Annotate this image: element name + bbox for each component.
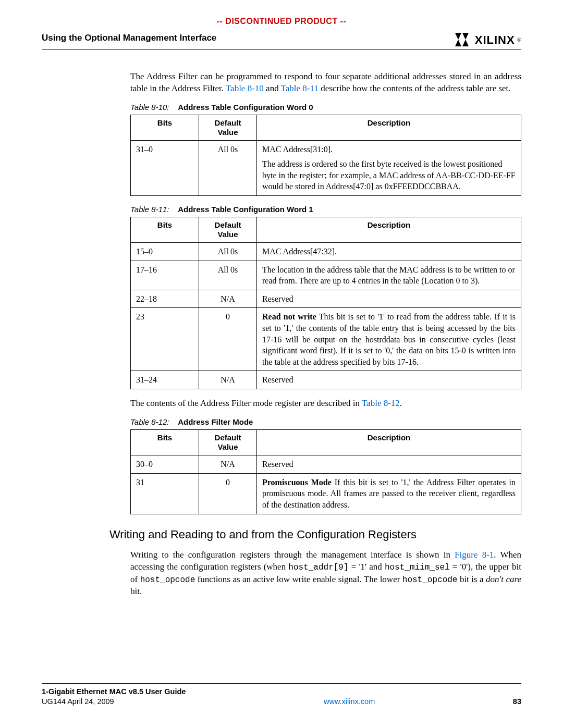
page-footer: 1-Gigabit Ethernet MAC v8.5 User Guide U…	[42, 683, 521, 707]
cell-default: All 0s	[199, 141, 257, 195]
cell-default: N/A	[199, 371, 257, 389]
cell-bits: 15–0	[131, 243, 199, 261]
cell-desc: MAC Address[47:32].	[257, 243, 521, 261]
cell-bits: 31–24	[131, 371, 199, 389]
code: host_opcode	[402, 575, 458, 585]
table-8-12-caption: Table 8-12: Address Filter Mode	[130, 417, 521, 427]
cell-default: 0	[199, 473, 257, 514]
svg-marker-1	[455, 40, 461, 46]
text: The contents of the Address Filter mode …	[130, 398, 362, 408]
cell-desc: Reserved	[257, 290, 521, 308]
xref-table-8-12[interactable]: Table 8-12	[362, 398, 400, 408]
discontinued-banner: -- DISCONTINUED PRODUCT --	[42, 16, 521, 27]
xref-table-8-11[interactable]: Table 8-11	[281, 83, 319, 93]
cell-default: N/A	[199, 455, 257, 474]
cell-bits: 23	[131, 308, 199, 371]
table-8-12: Bits Default Value Description 30–0 N/A …	[130, 429, 521, 514]
table-8-11-caption: Table 8-11: Address Table Configuration …	[130, 204, 521, 215]
lead-term: Promiscuous Mode	[262, 478, 332, 487]
table-row: 17–16 All 0s The location in the address…	[131, 261, 521, 290]
table-8-10: Bits Default Value Description 31–0 All …	[130, 115, 521, 195]
mid-paragraph: The contents of the Address Filter mode …	[130, 398, 521, 410]
table-row: 15–0 All 0s MAC Address[47:32].	[131, 243, 521, 261]
table-header-row: Bits Default Value Description	[131, 217, 521, 243]
italic-term: don't care	[486, 574, 521, 584]
cell-bits: 22–18	[131, 290, 199, 308]
col-desc-header: Description	[257, 217, 521, 243]
cell-default: 0	[199, 308, 257, 371]
xilinx-logo: XILINX ®	[455, 32, 521, 48]
lead-term: Read not write	[262, 312, 316, 321]
page-number: 83	[513, 697, 521, 707]
write-read-paragraph: Writing to the configuration registers t…	[130, 549, 521, 598]
col-bits-header: Bits	[131, 217, 199, 243]
caption-number: Table 8-12:	[130, 417, 169, 426]
col-bits-header: Bits	[131, 115, 199, 141]
footer-link[interactable]: www.xilinx.com	[324, 697, 375, 706]
page-header: Using the Optional Management Interface …	[42, 32, 521, 51]
cell-desc: Reserved	[257, 371, 521, 389]
cell-bits: 17–16	[131, 261, 199, 290]
text: MAC Address[31:0].	[262, 144, 516, 155]
cell-default: N/A	[199, 290, 257, 308]
svg-marker-0	[455, 33, 461, 40]
cell-bits: 31	[131, 473, 199, 514]
doc-title: 1-Gigabit Ethernet MAC v8.5 User Guide	[42, 687, 186, 696]
col-default-header: Default Value	[199, 217, 257, 243]
table-row: 31–24 N/A Reserved	[131, 371, 521, 389]
code: host_opcode	[140, 575, 195, 585]
text: The address is ordered so the first byte…	[262, 158, 516, 192]
xilinx-mark-icon	[455, 33, 473, 46]
text: Writing to the configuration registers t…	[130, 550, 455, 560]
col-desc-header: Description	[257, 115, 521, 141]
xref-table-8-10[interactable]: Table 8-10	[226, 83, 264, 93]
text: functions as an active low write enable …	[195, 574, 402, 584]
page: -- DISCONTINUED PRODUCT -- Using the Opt…	[0, 0, 563, 728]
text: and	[264, 83, 281, 93]
caption-title: Address Table Configuration Word 0	[178, 103, 313, 112]
code: host_addr[9]	[288, 563, 348, 572]
caption-title: Address Table Configuration Word 1	[178, 205, 313, 214]
table-header-row: Bits Default Value Description	[131, 115, 521, 141]
cell-desc: Reserved	[257, 455, 521, 474]
svg-marker-3	[462, 40, 469, 46]
main-content: The Address Filter can be programmed to …	[130, 71, 521, 514]
text: bit is a	[457, 574, 486, 584]
section-title: Using the Optional Management Interface	[42, 32, 216, 44]
cell-default: All 0s	[199, 243, 257, 261]
cell-desc: The location in the address table that t…	[257, 261, 521, 290]
svg-marker-2	[462, 33, 469, 40]
cell-default: All 0s	[199, 261, 257, 290]
intro-paragraph: The Address Filter can be programmed to …	[130, 71, 521, 95]
cell-desc: Promiscuous Mode If this bit is set to '…	[257, 473, 521, 514]
code: host_miim_sel	[385, 563, 450, 572]
caption-number: Table 8-11:	[130, 205, 169, 214]
text: .	[400, 398, 402, 408]
col-desc-header: Description	[257, 430, 521, 455]
col-default-header: Default Value	[199, 115, 257, 141]
text: = '1' and	[349, 562, 385, 572]
xilinx-logo-text: XILINX	[475, 32, 515, 48]
cell-bits: 30–0	[131, 455, 199, 474]
cell-desc: Read not write This bit is set to '1' to…	[257, 308, 521, 371]
col-bits-header: Bits	[131, 430, 199, 455]
table-row: 22–18 N/A Reserved	[131, 290, 521, 308]
subsection-body: Writing to the configuration registers t…	[130, 549, 521, 598]
footer-left: 1-Gigabit Ethernet MAC v8.5 User Guide U…	[42, 687, 186, 707]
table-row: 31 0 Promiscuous Mode If this bit is set…	[131, 473, 521, 514]
col-default-header: Default Value	[199, 430, 257, 455]
doc-id-date: UG144 April 24, 2009	[42, 697, 114, 706]
registered-icon: ®	[517, 36, 521, 44]
cell-bits: 31–0	[131, 141, 199, 195]
table-row: 23 0 Read not write This bit is set to '…	[131, 308, 521, 371]
cell-desc: MAC Address[31:0]. The address is ordere…	[257, 141, 521, 195]
caption-number: Table 8-10:	[130, 103, 169, 112]
subsection: Writing and Reading to and from the Conf…	[109, 527, 521, 542]
xref-figure-8-1[interactable]: Figure 8-1	[455, 550, 494, 560]
caption-title: Address Filter Mode	[178, 417, 253, 426]
table-row: 30–0 N/A Reserved	[131, 455, 521, 474]
text: bit.	[130, 586, 142, 596]
table-row: 31–0 All 0s MAC Address[31:0]. The addre…	[131, 141, 521, 195]
table-8-10-caption: Table 8-10: Address Table Configuration …	[130, 102, 521, 113]
table-header-row: Bits Default Value Description	[131, 430, 521, 455]
